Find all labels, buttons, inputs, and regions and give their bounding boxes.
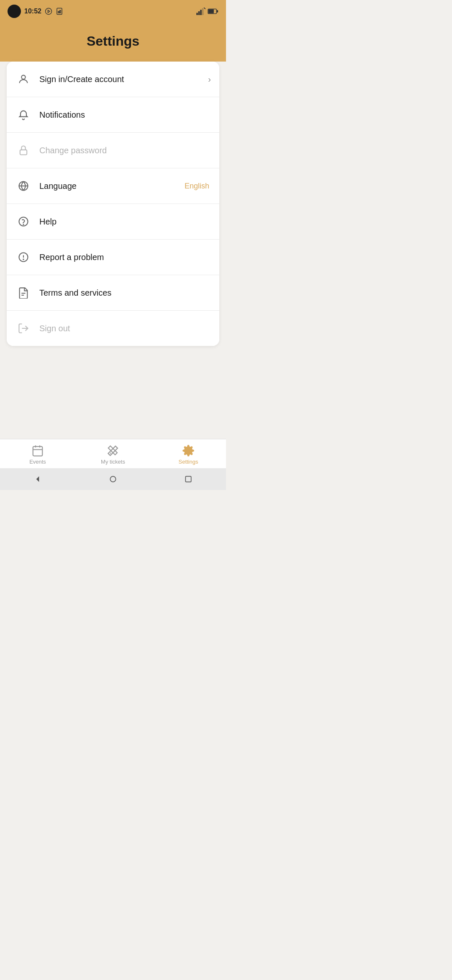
signal-icon: [196, 8, 205, 15]
status-time: 10:52: [24, 8, 41, 15]
nav-item-events[interactable]: Events: [21, 444, 54, 465]
content-area: Sign in/Create account › Notifications C…: [0, 62, 226, 396]
svg-rect-14: [20, 150, 27, 155]
status-bar: 10:52: [0, 0, 226, 21]
globe-icon: [15, 178, 32, 194]
svg-rect-32: [185, 476, 191, 482]
settings-item-help[interactable]: Help: [7, 204, 219, 240]
nav-item-my-tickets[interactable]: My tickets: [96, 444, 130, 465]
settings-item-sign-in[interactable]: Sign in/Create account ›: [7, 62, 219, 97]
battery-icon: [208, 8, 218, 15]
home-button[interactable]: [108, 474, 118, 484]
sign-out-icon: [15, 320, 32, 337]
system-nav-bar: [0, 468, 226, 490]
settings-item-language[interactable]: Language English: [7, 168, 219, 204]
report-problem-label: Report a problem: [39, 253, 211, 262]
status-left: 10:52: [8, 5, 63, 18]
language-value: English: [185, 182, 209, 191]
bell-icon: [15, 106, 32, 123]
language-label: Language: [39, 181, 185, 191]
svg-rect-5: [196, 13, 198, 15]
svg-rect-25: [33, 446, 43, 456]
settings-item-change-password[interactable]: Change password: [7, 133, 219, 168]
svg-point-31: [110, 476, 116, 482]
ticket-icon: [107, 444, 119, 457]
svg-marker-30: [36, 476, 39, 482]
chevron-right-icon: ›: [208, 75, 211, 84]
nav-item-settings[interactable]: Settings: [172, 444, 205, 465]
nav-settings-label: Settings: [179, 459, 198, 465]
settings-gear-icon: [182, 444, 195, 457]
help-label: Help: [39, 217, 211, 227]
svg-rect-3: [58, 11, 59, 13]
media-icon: [45, 8, 52, 15]
help-circle-icon: [15, 213, 32, 230]
nav-events-label: Events: [29, 459, 46, 465]
settings-item-terms[interactable]: Terms and services: [7, 275, 219, 311]
nav-tickets-label: My tickets: [101, 459, 125, 465]
svg-point-18: [23, 224, 23, 224]
terms-label: Terms and services: [39, 288, 211, 298]
settings-item-notifications[interactable]: Notifications: [7, 97, 219, 133]
svg-point-13: [21, 75, 25, 79]
sign-out-label: Sign out: [39, 324, 211, 333]
status-circle-icon: [8, 5, 21, 18]
svg-rect-8: [202, 8, 204, 15]
spacer: [0, 396, 226, 439]
svg-rect-4: [60, 10, 61, 13]
svg-point-0: [45, 8, 51, 15]
page-title: Settings: [8, 34, 218, 49]
svg-marker-1: [48, 10, 50, 13]
settings-item-report-problem[interactable]: Report a problem: [7, 240, 219, 275]
calendar-icon: [31, 444, 44, 457]
recents-button[interactable]: [183, 474, 193, 484]
svg-rect-6: [198, 11, 200, 15]
settings-card: Sign in/Create account › Notifications C…: [7, 62, 219, 346]
svg-point-21: [23, 259, 23, 260]
svg-rect-7: [200, 10, 202, 15]
change-password-label: Change password: [39, 146, 211, 155]
svg-rect-12: [216, 10, 218, 13]
svg-line-9: [204, 8, 205, 9]
person-icon: [15, 71, 32, 88]
alert-circle-icon: [15, 249, 32, 266]
settings-item-sign-out[interactable]: Sign out: [7, 311, 219, 346]
document-icon: [15, 284, 32, 301]
lock-icon: [15, 142, 32, 159]
back-button[interactable]: [33, 474, 43, 484]
sign-in-label: Sign in/Create account: [39, 75, 208, 84]
sim-icon: [56, 8, 63, 15]
bottom-nav: Events My tickets Settings: [0, 439, 226, 468]
status-right: [196, 8, 218, 15]
svg-rect-11: [208, 9, 214, 13]
notifications-label: Notifications: [39, 110, 211, 120]
